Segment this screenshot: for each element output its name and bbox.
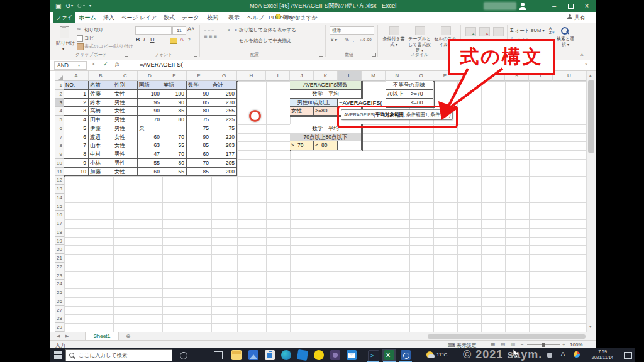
column-header-A[interactable]: A	[64, 71, 89, 81]
share-button[interactable]: 共有	[574, 12, 586, 23]
cell[interactable]: 75	[187, 116, 211, 124]
zoom-level[interactable]: 100%	[570, 342, 582, 348]
column-header-L[interactable]: L	[338, 71, 362, 81]
cell[interactable]: 男性	[113, 116, 138, 124]
cell[interactable]: 70以上	[386, 90, 409, 99]
cell[interactable]: 渡辺	[89, 133, 113, 142]
format-painter-button[interactable]: 書式のコピー/貼り付け	[84, 43, 133, 50]
row-header-15[interactable]: 15	[55, 202, 64, 211]
row-header-27[interactable]: 27	[55, 306, 64, 315]
tab-ヘルプ[interactable]: ヘルプ	[245, 12, 265, 23]
row-header-12[interactable]: 12	[55, 176, 64, 185]
row-header-9[interactable]: 9	[55, 150, 64, 159]
sheet-nav-left-icon[interactable]: ◀	[57, 334, 60, 339]
currency-format-icon[interactable]: ¥ ▾	[331, 36, 337, 43]
cell[interactable]: 3	[64, 107, 89, 116]
column-header-F[interactable]: F	[187, 71, 211, 81]
cell[interactable]: 女性	[113, 107, 138, 116]
tab-校閲[interactable]: 校閲	[203, 12, 223, 23]
cell[interactable]: 70	[162, 133, 187, 142]
cell[interactable]: 80	[162, 159, 187, 168]
cell[interactable]: 203	[211, 141, 237, 150]
cell[interactable]: 女性	[113, 168, 138, 177]
column-header-N[interactable]: N	[386, 71, 409, 81]
row-header-13[interactable]: 13	[55, 185, 64, 194]
cell[interactable]: 山本	[89, 141, 113, 150]
cell[interactable]: 10	[64, 168, 89, 177]
cell[interactable]: >=80	[314, 107, 338, 116]
name-box-dropdown-icon[interactable]: ▾	[78, 63, 80, 67]
row-header-6[interactable]: 6	[55, 124, 64, 133]
cell[interactable]: 5	[64, 124, 89, 133]
row-header-23[interactable]: 23	[55, 272, 64, 280]
format-as-table-button[interactable]: テーブルとして書式設定 ▾	[406, 26, 433, 53]
number-dialog-launcher[interactable]	[372, 53, 376, 57]
cell[interactable]: 小林	[89, 159, 113, 168]
column-header-M[interactable]: M	[362, 71, 386, 81]
minimize-button[interactable]: –	[546, 0, 562, 12]
cell[interactable]: 60	[187, 150, 211, 159]
font-color-icon[interactable]: A	[180, 36, 184, 43]
cell[interactable]: 不等号の意味	[386, 81, 433, 90]
cell[interactable]: 100	[162, 90, 187, 99]
cell[interactable]: 85	[187, 99, 211, 107]
cell[interactable]: >=70	[290, 141, 314, 150]
cell[interactable]	[162, 124, 187, 133]
blue-app-icon[interactable]	[297, 349, 308, 361]
purple-app-icon[interactable]	[330, 350, 340, 360]
align-buttons[interactable]: ≡ ≡ ≡ ≣ ≣ ≣	[204, 28, 224, 44]
column-header-C[interactable]: C	[113, 71, 138, 81]
cell[interactable]: 女性	[113, 141, 138, 150]
sheet-nav-right-icon[interactable]: ▶	[65, 334, 69, 339]
cell[interactable]: 55	[138, 159, 162, 168]
cell[interactable]: 70	[138, 116, 162, 124]
row-header-3[interactable]: 3	[55, 99, 64, 107]
cell[interactable]: 女性	[290, 107, 314, 116]
tab-数式[interactable]: 数式	[160, 12, 179, 23]
italic-button[interactable]: I	[143, 36, 145, 43]
cell[interactable]: 4	[64, 116, 89, 124]
cell[interactable]	[338, 141, 362, 150]
percent-style-button[interactable]: %	[345, 36, 349, 43]
cell[interactable]: 男性	[113, 124, 138, 133]
cell[interactable]: NO.	[64, 81, 89, 90]
view-page-break-icon[interactable]: ▥	[511, 341, 516, 347]
cell[interactable]: 数学 平均	[290, 90, 362, 99]
tab-データ[interactable]: データ	[180, 12, 201, 23]
number-format-combobox[interactable]: 標準	[330, 26, 374, 35]
cell[interactable]: 200	[211, 168, 237, 177]
mail-icon[interactable]	[347, 350, 357, 360]
close-button[interactable]: ×	[579, 0, 595, 12]
cell[interactable]: >=70	[409, 90, 433, 99]
cell[interactable]: 270	[211, 99, 237, 107]
cell[interactable]: 高橋	[89, 107, 113, 116]
cell[interactable]: 女性	[113, 133, 138, 142]
cell[interactable]: 中村	[89, 150, 113, 159]
view-page-layout-icon[interactable]: ▤	[501, 341, 506, 347]
row-header-28[interactable]: 28	[55, 314, 64, 323]
select-all-corner[interactable]	[55, 71, 64, 81]
cell[interactable]: 英語	[162, 81, 187, 90]
cell[interactable]: 220	[211, 133, 237, 142]
cell[interactable]: 95	[138, 99, 162, 107]
row-header-22[interactable]: 22	[55, 263, 64, 272]
store-icon[interactable]	[265, 350, 275, 360]
cell[interactable]: 90	[138, 107, 162, 116]
cell[interactable]: 225	[211, 116, 237, 124]
row-header-19[interactable]: 19	[55, 237, 64, 246]
clipboard-dialog-launcher[interactable]	[125, 53, 128, 57]
cell[interactable]: 55	[162, 141, 187, 150]
column-header-D[interactable]: D	[138, 71, 162, 81]
row-header-10[interactable]: 10	[55, 159, 64, 168]
column-header-E[interactable]: E	[162, 71, 187, 81]
row-header-18[interactable]: 18	[55, 228, 64, 237]
cell[interactable]: 8	[64, 150, 89, 159]
cell[interactable]: 合計	[211, 81, 237, 90]
cell[interactable]: 80	[187, 107, 211, 116]
cell[interactable]: 佐藤	[89, 90, 113, 99]
camera-app-icon[interactable]	[401, 350, 411, 360]
cell[interactable]: 85	[162, 107, 187, 116]
cell[interactable]: 55	[162, 168, 187, 177]
cell[interactable]: 男性	[113, 150, 138, 159]
column-header-I[interactable]: I	[266, 71, 290, 81]
